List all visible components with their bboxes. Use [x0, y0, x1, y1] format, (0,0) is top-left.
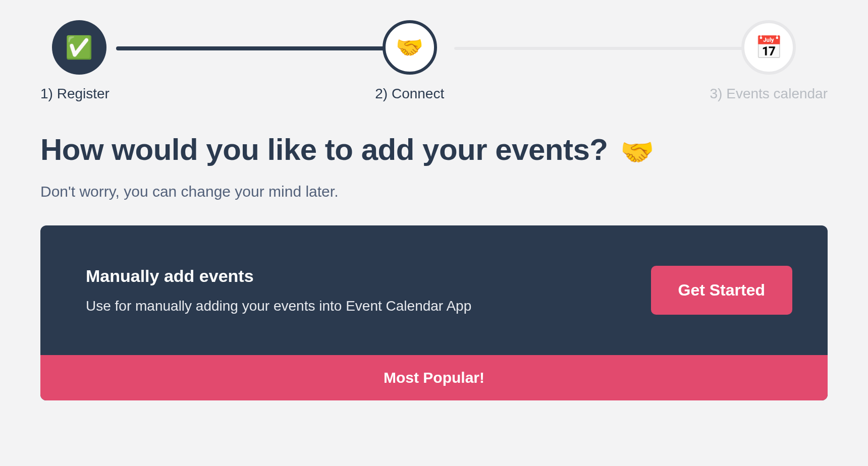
stepper: ✅ 1) Register 🤝 2) Connect 📅 3) Events c…: [40, 20, 828, 102]
onboarding-page: ✅ 1) Register 🤝 2) Connect 📅 3) Events c…: [0, 0, 868, 400]
handshake-icon: 🤝: [620, 137, 654, 167]
step-register-label: 1) Register: [40, 86, 110, 102]
step-register: ✅ 1) Register: [40, 20, 110, 102]
page-title: How would you like to add your events? 🤝: [40, 132, 828, 168]
option-card-text: Manually add events Use for manually add…: [86, 266, 471, 314]
step-connect-circle: 🤝: [383, 20, 437, 75]
stepper-connector-2: [454, 47, 747, 50]
option-card-title: Manually add events: [86, 266, 471, 286]
step-events-calendar: 📅 3) Events calendar: [710, 20, 828, 102]
option-card-body: Manually add events Use for manually add…: [40, 225, 828, 355]
calendar-icon: 📅: [755, 34, 783, 61]
step-events-circle: 📅: [741, 20, 796, 75]
step-connect-label: 2) Connect: [375, 86, 444, 102]
step-connect: 🤝 2) Connect: [375, 20, 444, 102]
option-card-description: Use for manually adding your events into…: [86, 298, 471, 314]
step-register-circle: ✅: [52, 20, 106, 75]
option-card-manual: Manually add events Use for manually add…: [40, 225, 828, 400]
step-events-label: 3) Events calendar: [710, 86, 828, 102]
most-popular-badge: Most Popular!: [40, 355, 828, 400]
get-started-button[interactable]: Get Started: [651, 266, 792, 315]
handshake-icon: 🤝: [396, 34, 423, 61]
page-subtitle: Don't worry, you can change your mind la…: [40, 183, 828, 200]
checkmark-icon: ✅: [65, 34, 93, 61]
page-title-text: How would you like to add your events?: [40, 133, 608, 166]
